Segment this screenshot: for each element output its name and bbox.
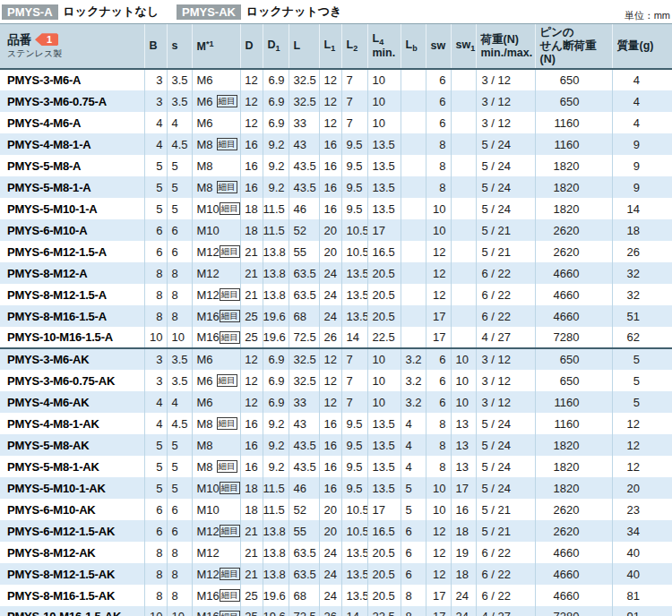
cell-s: 4: [167, 112, 192, 133]
cell-load: 4 / 27: [476, 327, 535, 348]
cell-L2: 7: [341, 112, 367, 133]
cell-L4: 16.5: [367, 241, 401, 262]
cell-M: M16細目: [192, 327, 240, 348]
col-header-L2: L2: [341, 24, 367, 70]
cell-sw1: [451, 90, 476, 112]
cell-B: 5: [144, 155, 167, 176]
fine-pitch-tag: 細目: [217, 417, 237, 430]
cell-L4: 13.5: [367, 176, 401, 198]
cell-sw1: 13: [451, 413, 476, 434]
cell-L: 46: [289, 477, 319, 499]
cell-shear: 1820: [535, 456, 612, 477]
cell-B: 8: [144, 305, 167, 327]
cell-shear: 4660: [535, 542, 612, 563]
cell-L1: 16: [319, 434, 341, 456]
cell-sw1: 19: [451, 542, 476, 563]
cell-L2: 14: [341, 327, 367, 348]
cell-sw1: [451, 133, 476, 155]
col-header-L1: L1: [319, 24, 341, 70]
cell-L2: 13.5: [341, 542, 367, 563]
cell-load: 6 / 22: [476, 284, 535, 305]
cell-s: 3.5: [167, 90, 192, 112]
cell-Lb: 6: [401, 520, 426, 542]
cell-D1: 19.6: [263, 606, 289, 616]
cell-Lb: [401, 133, 426, 155]
cell-sw1: [451, 112, 476, 133]
cell-M: M12: [192, 262, 240, 284]
cell-L1: 12: [319, 391, 341, 413]
cell-sw: 12: [426, 284, 451, 305]
cell-sw: 6: [426, 348, 451, 370]
cell-mass: 5: [612, 348, 672, 370]
cell-L1: 24: [319, 542, 341, 563]
cell-shear: 2620: [535, 219, 612, 241]
cell-D: 21: [240, 563, 263, 585]
cell-L2: 10.5: [341, 520, 367, 542]
cell-L: 63.5: [289, 563, 319, 585]
cell-sw: 8: [426, 434, 451, 456]
cell-D: 25: [240, 327, 263, 348]
col-header-sw1: sw1: [451, 24, 476, 70]
cell-mass: 26: [612, 241, 672, 262]
cell-D1: 19.6: [263, 327, 289, 348]
spec-table-header: 品番 1 ステンレス製 BsM*1DD1LL1L2L4min.Lbswsw1荷重…: [0, 24, 672, 70]
cell-part-number: PMYS-3-M6-0.75-AK: [0, 370, 144, 391]
cell-s: 8: [167, 305, 192, 327]
cell-part-number: PMYS-3-M6-0.75-A: [0, 90, 144, 112]
col-header-load: 荷重(N)min./max.: [476, 24, 535, 70]
cell-D: 12: [240, 69, 263, 90]
cell-mass: 20: [612, 477, 672, 499]
cell-part-number: PMYS-5-M8-1-AK: [0, 456, 144, 477]
cell-D: 16: [240, 155, 263, 176]
table-row: PMYS-4-M8-1-AK44.5M8細目169.243169.513.548…: [0, 413, 672, 434]
fine-pitch-tag: 細目: [220, 589, 240, 602]
cell-s: 3.5: [167, 370, 192, 391]
cell-L2: 7: [341, 348, 367, 370]
cell-load: 5 / 24: [476, 133, 535, 155]
cell-sw1: [451, 155, 476, 176]
cell-D1: 6.9: [263, 69, 289, 90]
cell-B: 8: [144, 563, 167, 585]
cell-load: 5 / 24: [476, 456, 535, 477]
cell-L2: 7: [341, 90, 367, 112]
cell-shear: 4660: [535, 305, 612, 327]
cell-D1: 6.9: [263, 391, 289, 413]
table-row: PMYS-5-M8-1-A55M8細目169.243.5169.513.585 …: [0, 176, 672, 198]
part-number-flag-icon: 1: [35, 33, 58, 46]
cell-Lb: [401, 90, 426, 112]
cell-mass: 5: [612, 370, 672, 391]
cell-D: 16: [240, 434, 263, 456]
cell-shear: 2620: [535, 241, 612, 262]
cell-Lb: [401, 69, 426, 90]
cell-D1: 11.5: [263, 219, 289, 241]
table-row: PMYS-6-M10-A66M101811.5522010.517105 / 2…: [0, 219, 672, 241]
cell-B: 4: [144, 112, 167, 133]
cell-L2: 9.5: [341, 434, 367, 456]
cell-part-number: PMYS-8-M12-A: [0, 262, 144, 284]
cell-D1: 13.8: [263, 520, 289, 542]
fine-pitch-tag: 細目: [217, 95, 237, 107]
cell-sw1: 13: [451, 434, 476, 456]
cell-L4: 22.5: [367, 327, 401, 348]
cell-L4: 20.5: [367, 585, 401, 606]
cell-B: 10: [144, 606, 167, 616]
cell-B: 3: [144, 69, 167, 90]
catalog-spec-page: PMYS-A ロックナットなし PMYS-AK ロックナットつき 単位：mm 品…: [0, 0, 672, 616]
cell-s: 8: [167, 284, 192, 305]
cell-Lb: [401, 112, 426, 133]
cell-D1: 13.8: [263, 241, 289, 262]
table-row: PMYS-4-M6-AK44M6126.933127103.26103 / 12…: [0, 391, 672, 413]
cell-D1: 13.8: [263, 262, 289, 284]
cell-L2: 9.5: [341, 198, 367, 219]
col-header-L: L: [289, 24, 319, 70]
cell-B: 6: [144, 499, 167, 520]
cell-D: 12: [240, 348, 263, 370]
cell-mass: 62: [612, 327, 672, 348]
cell-part-number: PMYS-5-M8-1-A: [0, 176, 144, 198]
cell-mass: 9: [612, 133, 672, 155]
cell-L1: 12: [319, 69, 341, 90]
cell-L: 43.5: [289, 434, 319, 456]
cell-sw1: 17: [451, 477, 476, 499]
table-row: PMYS-8-M12-A88M122113.863.52413.520.5126…: [0, 262, 672, 284]
cell-load: 5 / 21: [476, 219, 535, 241]
